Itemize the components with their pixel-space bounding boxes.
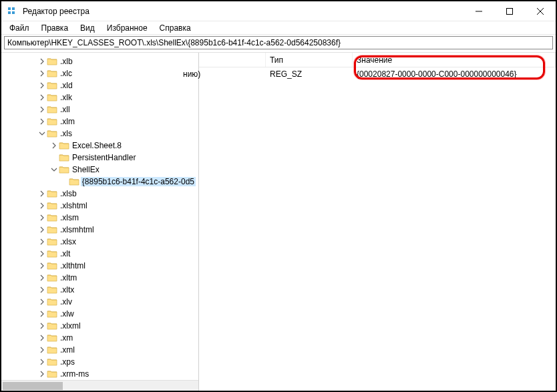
chevron-right-icon[interactable]	[37, 237, 47, 246]
menu-favorites[interactable]: Избранное	[102, 22, 153, 34]
tree-item-label: .xlsx	[59, 237, 77, 246]
chevron-right-icon[interactable]	[37, 117, 47, 126]
tree-item[interactable]: .xm	[1, 332, 198, 344]
tree-item[interactable]: .xlshtml	[1, 200, 198, 212]
folder-icon	[47, 68, 57, 79]
chevron-right-icon[interactable]	[37, 93, 47, 102]
chevron-right-icon[interactable]	[37, 189, 47, 198]
folder-icon	[47, 357, 57, 367]
tree-item[interactable]: .xml	[1, 344, 198, 356]
column-name[interactable]	[179, 53, 266, 67]
svg-rect-0	[8, 7, 11, 10]
tree-item[interactable]: .xps	[1, 356, 198, 368]
tree-item-label: .xlxml	[59, 321, 82, 331]
registry-editor-window: Редактор реестра Файл Правка Вид Избранн…	[0, 0, 557, 392]
folder-icon	[47, 56, 57, 67]
chevron-right-icon[interactable]	[37, 225, 47, 234]
window-title: Редактор реестра	[23, 7, 463, 16]
cell-value: {00020827-0000-0000-C000-000000000046}	[353, 69, 556, 79]
chevron-right-icon[interactable]	[37, 105, 47, 114]
list-row[interactable]: нию) REG_SZ {00020827-0000-0000-C000-000…	[199, 67, 556, 81]
chevron-right-icon[interactable]	[37, 345, 47, 355]
folder-icon	[47, 333, 57, 343]
tree-item[interactable]: .xrm-ms	[1, 368, 198, 380]
chevron-right-icon[interactable]	[37, 273, 47, 282]
tree-item-label: .xlshtml	[59, 201, 89, 210]
folder-icon	[59, 164, 69, 175]
menu-view[interactable]: Вид	[75, 22, 100, 34]
tree-item[interactable]: Excel.Sheet.8	[1, 140, 198, 152]
tree-item-label: .xltx	[59, 285, 75, 295]
tree-item-label: .xm	[59, 333, 74, 343]
column-value[interactable]: Значение	[353, 53, 556, 67]
folder-icon	[47, 188, 57, 199]
chevron-down-icon[interactable]	[49, 165, 59, 174]
folder-icon	[47, 309, 57, 319]
chevron-right-icon[interactable]	[37, 309, 47, 319]
tree-item[interactable]: .xlsb	[1, 188, 198, 200]
tree-panel[interactable]: .xlb.xlc.xld.xlk.xll.xlm.xlsExcel.Sheet.…	[1, 53, 199, 391]
tree-item[interactable]: .xlv	[1, 296, 198, 308]
maximize-button[interactable]	[494, 1, 525, 21]
chevron-right-icon[interactable]	[37, 297, 47, 307]
registry-tree: .xlb.xlc.xld.xlk.xll.xlm.xlsExcel.Sheet.…	[1, 55, 198, 380]
chevron-right-icon[interactable]	[37, 249, 47, 258]
chevron-right-icon[interactable]	[37, 57, 47, 66]
chevron-right-icon[interactable]	[49, 141, 59, 150]
tree-item[interactable]: .xld	[1, 79, 198, 91]
chevron-down-icon[interactable]	[37, 129, 47, 138]
menu-file[interactable]: Файл	[4, 22, 35, 34]
tree-item[interactable]: .xlb	[1, 55, 198, 67]
chevron-right-icon[interactable]	[37, 261, 47, 270]
tree-item[interactable]: PersistentHandler	[1, 152, 198, 164]
tree-item[interactable]: .xls	[1, 128, 198, 140]
tree-item[interactable]: .xlsmhtml	[1, 224, 198, 236]
menu-help[interactable]: Справка	[154, 22, 196, 34]
close-button[interactable]	[525, 1, 556, 21]
chevron-right-icon[interactable]	[37, 213, 47, 222]
folder-icon	[47, 212, 57, 223]
main-area: .xlb.xlc.xld.xlk.xll.xlm.xlsExcel.Sheet.…	[1, 53, 556, 391]
expander-none	[49, 153, 59, 162]
tree-item[interactable]: .xlw	[1, 308, 198, 320]
tree-item[interactable]: .xlm	[1, 116, 198, 128]
folder-icon	[47, 80, 57, 91]
window-controls	[463, 1, 556, 21]
tree-item-label: .xlk	[59, 93, 73, 102]
chevron-right-icon[interactable]	[37, 201, 47, 210]
tree-item[interactable]: .xll	[1, 104, 198, 116]
address-input[interactable]	[4, 36, 553, 49]
tree-item[interactable]: .xlxml	[1, 320, 198, 332]
folder-icon	[47, 236, 57, 247]
column-type[interactable]: Тип	[266, 53, 353, 67]
minimize-button[interactable]	[463, 1, 494, 21]
chevron-right-icon[interactable]	[37, 333, 47, 343]
tree-item[interactable]: .xltm	[1, 272, 198, 284]
tree-item[interactable]: .xlk	[1, 91, 198, 104]
tree-item[interactable]: .xlthtml	[1, 260, 198, 272]
menu-edit[interactable]: Правка	[36, 22, 74, 34]
chevron-right-icon[interactable]	[37, 357, 47, 367]
tree-item[interactable]: .xlsm	[1, 212, 198, 224]
chevron-right-icon[interactable]	[37, 81, 47, 90]
chevron-right-icon[interactable]	[37, 369, 47, 379]
tree-item[interactable]: .xltx	[1, 284, 198, 296]
tree-horizontal-scrollbar[interactable]	[1, 380, 198, 391]
app-icon	[7, 6, 17, 17]
tree-item[interactable]: .xlc	[1, 67, 198, 79]
scrollbar-thumb[interactable]	[3, 382, 63, 390]
tree-item[interactable]: ShellEx	[1, 164, 198, 176]
tree-item[interactable]: {8895b1c6-b41f-4c1c-a562-0d5	[1, 176, 198, 188]
folder-icon	[47, 321, 57, 331]
folder-icon	[47, 284, 57, 295]
tree-item-label: .xlsmhtml	[59, 225, 96, 234]
tree-item-label: .xps	[59, 357, 76, 367]
tree-item[interactable]: .xlsx	[1, 236, 198, 248]
tree-item-label: .xlthtml	[59, 261, 87, 270]
chevron-right-icon[interactable]	[37, 285, 47, 295]
chevron-right-icon[interactable]	[37, 69, 47, 78]
tree-item-label: .xlsm	[59, 213, 80, 222]
tree-item[interactable]: .xlt	[1, 248, 198, 260]
chevron-right-icon[interactable]	[37, 321, 47, 331]
tree-item-label: .xlc	[59, 69, 73, 78]
